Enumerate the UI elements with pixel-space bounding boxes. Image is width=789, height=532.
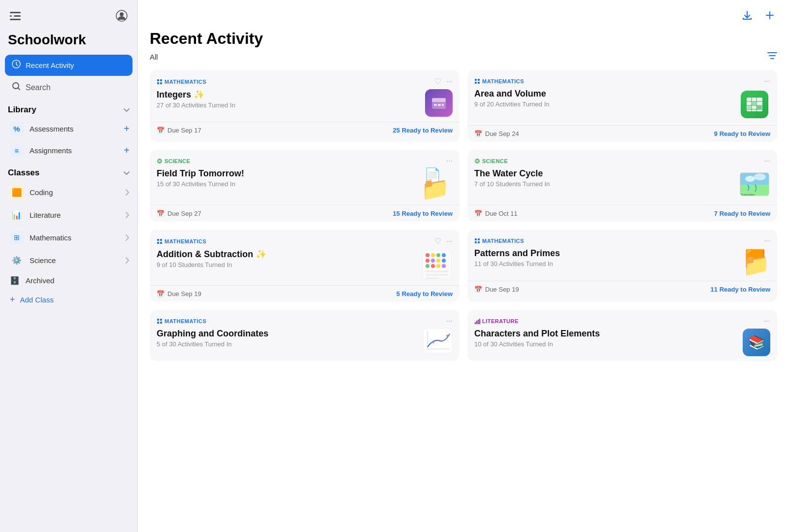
svg-rect-42	[478, 238, 480, 240]
archived-item[interactable]: 🗄️ Archived	[0, 271, 137, 290]
card-field-trip[interactable]: SCIENCE ··· Field Trip Tomorrow! 15 of 3…	[150, 150, 460, 222]
card-title-graphing: Graphing and Coordinates	[157, 329, 418, 339]
more-button-water[interactable]: ···	[764, 157, 770, 166]
svg-rect-39	[157, 242, 159, 244]
more-button-characters[interactable]: ···	[764, 317, 770, 326]
more-button-graphing[interactable]: ···	[446, 317, 453, 326]
svg-rect-56	[476, 321, 477, 324]
mathematics-label: Mathematics	[30, 233, 71, 242]
add-assignment-icon[interactable]: +	[124, 145, 130, 156]
card-category-area: MATHEMATICS	[474, 78, 524, 84]
svg-rect-55	[475, 322, 476, 324]
header-actions	[740, 8, 777, 26]
coding-label: Coding	[30, 188, 53, 197]
card-subtitle-field: 15 of 30 Activities Turned In	[157, 180, 416, 188]
svg-point-35	[754, 173, 766, 180]
coding-icon: 🟧	[10, 185, 24, 199]
more-button-integers[interactable]: ···	[446, 77, 453, 86]
main-content: Recent Activity All MATHEMATICS ♡ ···	[138, 0, 789, 532]
card-footer-patterns: 📅 Due Sep 19 11 Ready to Review	[467, 281, 777, 298]
card-characters[interactable]: LITERATURE ··· Characters and Plot Eleme…	[467, 310, 777, 361]
coding-class-item[interactable]: 🟧 Coding	[0, 181, 137, 203]
toggle-sidebar-button[interactable]	[8, 9, 23, 25]
card-thumb-addition	[421, 249, 453, 280]
calendar-icon-area: 📅	[474, 130, 482, 137]
literature-chevron-icon	[126, 212, 130, 218]
svg-rect-29	[747, 106, 751, 109]
mathematics-class-item[interactable]: ⊞ Mathematics	[0, 226, 137, 249]
svg-rect-47	[157, 322, 159, 324]
more-button-addition[interactable]: ···	[446, 237, 453, 246]
assessments-item[interactable]: % Assessments +	[0, 118, 137, 139]
profile-button[interactable]	[114, 8, 130, 26]
download-button[interactable]	[740, 8, 755, 26]
classes-chevron-icon[interactable]	[124, 169, 130, 177]
science-icon: ⚙️	[10, 253, 24, 267]
science-class-item[interactable]: ⚙️ Science	[0, 249, 137, 271]
card-category-characters: LITERATURE	[474, 318, 519, 324]
card-patterns[interactable]: MATHEMATICS ··· Patterns and Primes 11 o…	[467, 230, 777, 302]
card-water-cycle[interactable]: SCIENCE ··· The Water Cycle 7 of 10 Stud…	[467, 150, 777, 222]
card-addition[interactable]: MATHEMATICS ♡ ··· Addition & Subtraction…	[150, 230, 460, 302]
card-footer-water: 📅 Due Oct 11 7 Ready to Review	[467, 205, 777, 222]
add-class-label: Add Class	[20, 296, 54, 304]
svg-rect-10	[157, 82, 159, 84]
heart-button-integers[interactable]: ♡	[434, 77, 441, 86]
mathematics-icon: ⊞	[10, 231, 24, 244]
svg-point-7	[13, 83, 19, 89]
more-button-field[interactable]: ···	[446, 157, 453, 166]
svg-rect-44	[478, 241, 480, 243]
add-class-button[interactable]: + Add Class	[0, 290, 137, 310]
review-count-addition[interactable]: 5 Ready to Review	[396, 290, 453, 298]
svg-rect-16	[442, 104, 444, 106]
card-title-addition: Addition & Subtraction ✨	[157, 249, 416, 260]
card-area-volume[interactable]: MATHEMATICS ··· Area and Volume 9 of 20 …	[467, 70, 777, 142]
page-title: Recent Activity	[138, 26, 789, 50]
filter-row: All	[138, 50, 789, 68]
review-count-integers[interactable]: 25 Ready to Review	[393, 127, 453, 134]
review-count-area[interactable]: 9 Ready to Review	[714, 130, 770, 137]
svg-rect-48	[160, 322, 162, 324]
card-thumb-patterns: 🟧 📁	[743, 248, 770, 276]
more-button-patterns[interactable]: ···	[764, 236, 770, 245]
card-subtitle-addition: 9 of 10 Students Turned In	[157, 261, 416, 268]
heart-button-addition[interactable]: ♡	[434, 236, 441, 246]
literature-label: Literature	[30, 211, 61, 219]
card-title-characters: Characters and Plot Elements	[474, 329, 738, 339]
app-title: Schoolwork	[0, 30, 137, 54]
svg-point-53	[439, 340, 441, 342]
recent-activity-icon	[12, 60, 21, 71]
filter-button[interactable]	[767, 52, 777, 62]
card-integers[interactable]: MATHEMATICS ♡ ··· Integers ✨ 27 of 30 Ac…	[150, 70, 460, 142]
svg-rect-3	[10, 19, 21, 20]
card-graphing[interactable]: MATHEMATICS ··· Graphing and Coordinates…	[150, 310, 460, 361]
svg-rect-37	[157, 239, 159, 241]
archived-icon: 🗄️	[10, 276, 20, 285]
svg-rect-11	[160, 82, 162, 84]
assignments-item[interactable]: ≡ Assignments +	[0, 139, 137, 161]
search-nav[interactable]: Search	[0, 77, 137, 98]
archived-label: Archived	[26, 276, 54, 285]
add-class-plus-icon: +	[10, 295, 15, 305]
review-count-patterns[interactable]: 11 Ready to Review	[711, 286, 770, 293]
add-assessment-icon[interactable]: +	[124, 123, 130, 134]
card-thumb-characters: 📚	[743, 329, 770, 356]
calendar-icon-water: 📅	[474, 210, 482, 217]
recent-activity-nav[interactable]: Recent Activity	[5, 55, 132, 76]
assessments-icon: %	[10, 122, 24, 135]
science-chevron-icon	[126, 257, 130, 264]
library-label: Library	[8, 105, 36, 115]
card-category-water: SCIENCE	[474, 158, 508, 164]
filter-label: All	[150, 53, 158, 61]
coding-chevron-icon	[126, 189, 130, 196]
review-count-field[interactable]: 15 Ready to Review	[393, 210, 453, 217]
card-thumb-area	[739, 89, 770, 120]
add-button[interactable]	[762, 8, 777, 26]
library-chevron-icon[interactable]	[124, 106, 130, 114]
literature-class-item[interactable]: 📊 Literature	[0, 203, 137, 226]
card-title-field: Field Trip Tomorrow!	[157, 168, 416, 179]
more-button-area[interactable]: ···	[764, 77, 770, 86]
svg-rect-8	[157, 79, 159, 81]
review-count-water[interactable]: 7 Ready to Review	[714, 210, 770, 217]
calendar-icon-field: 📅	[157, 210, 164, 217]
